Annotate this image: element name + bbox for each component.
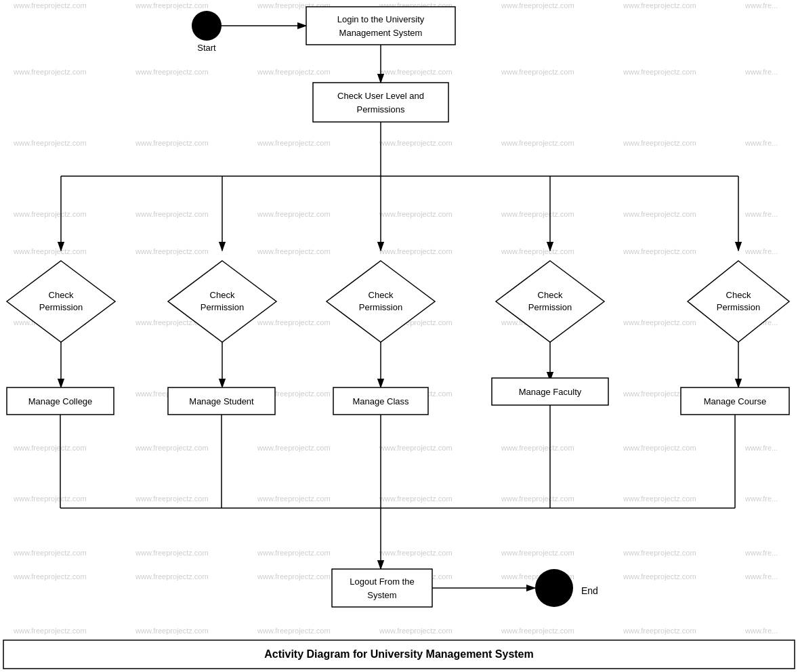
diamond2 [168,261,276,342]
svg-text:www.freeprojectz.com: www.freeprojectz.com [135,549,209,557]
check-user-text2: Permissions [357,104,405,114]
svg-text:www.freeprojectz.com: www.freeprojectz.com [257,68,331,76]
diamond2-text1: Check [210,290,235,300]
svg-text:www.freeprojectz.com: www.freeprojectz.com [379,495,453,503]
svg-text:www.freeprojectz.com: www.freeprojectz.com [623,549,696,557]
svg-text:www.fre...: www.fre... [744,495,778,503]
logout-text1: Logout From the [350,576,414,587]
diamond5 [688,261,789,342]
svg-text:www.freeprojectz.com: www.freeprojectz.com [623,572,696,581]
svg-text:www.freeprojectz.com: www.freeprojectz.com [135,627,209,635]
diamond5-text2: Permission [717,302,760,312]
svg-text:www.fre...: www.fre... [744,210,778,218]
svg-text:www.freeprojectz.com: www.freeprojectz.com [379,68,453,76]
svg-text:www.freeprojectz.com: www.freeprojectz.com [13,247,87,255]
svg-text:www.freeprojectz.com: www.freeprojectz.com [623,627,696,635]
svg-text:www.freeprojectz.com: www.freeprojectz.com [135,247,209,255]
svg-text:www.freeprojectz.com: www.freeprojectz.com [501,210,574,218]
start-label: Start [197,43,216,53]
logout-node [332,569,432,607]
activity-diagram: www.freeprojectz.com www.freeprojectz.co… [0,0,798,672]
svg-text:www.freeprojectz.com: www.freeprojectz.com [13,210,87,218]
diamond4-text1: Check [538,290,563,300]
svg-text:www.freeprojectz.com: www.freeprojectz.com [135,139,209,147]
svg-text:www.fre...: www.fre... [744,444,778,452]
end-label: End [581,585,598,596]
svg-text:www.freeprojectz.com: www.freeprojectz.com [257,139,331,147]
svg-text:www.freeprojectz.com: www.freeprojectz.com [135,210,209,218]
login-text-line1: Login to the University [337,14,425,24]
svg-text:www.freeprojectz.com: www.freeprojectz.com [501,1,574,9]
svg-text:www.freeprojectz.com: www.freeprojectz.com [13,572,87,581]
manage-student-text: Manage Student [189,396,254,406]
svg-text:www.freeprojectz.com: www.freeprojectz.com [501,549,574,557]
diamond5-text1: Check [726,290,751,300]
svg-text:www.freeprojectz.com: www.freeprojectz.com [623,247,696,255]
svg-text:www.freeprojectz.com: www.freeprojectz.com [257,495,331,503]
svg-text:www.freeprojectz.com: www.freeprojectz.com [135,444,209,452]
diamond3-text1: Check [369,290,394,300]
svg-text:www.fre...: www.fre... [744,139,778,147]
svg-text:www.freeprojectz.com: www.freeprojectz.com [379,247,453,255]
svg-text:www.fre...: www.fre... [744,627,778,635]
svg-text:www.freeprojectz.com: www.freeprojectz.com [135,572,209,581]
svg-text:www.freeprojectz.com: www.freeprojectz.com [257,627,331,635]
svg-text:www.freeprojectz.com: www.freeprojectz.com [257,318,331,327]
login-text-line2: Management System [339,28,423,38]
svg-text:www.freeprojectz.com: www.freeprojectz.com [501,68,574,76]
svg-text:www.freeprojectz.com: www.freeprojectz.com [623,1,696,9]
svg-text:www.freeprojectz.com: www.freeprojectz.com [13,495,87,503]
diagram-title: Activity Diagram for University Manageme… [264,648,533,660]
diamond3-text2: Permission [359,302,402,312]
manage-course-text: Manage Course [704,396,767,406]
svg-text:www.freeprojectz.com: www.freeprojectz.com [501,444,574,452]
diagram-container: www.freeprojectz.com www.freeprojectz.co… [0,0,798,672]
svg-text:www.freeprojectz.com: www.freeprojectz.com [501,627,574,635]
svg-text:www.freeprojectz.com: www.freeprojectz.com [623,139,696,147]
svg-text:www.freeprojectz.com: www.freeprojectz.com [379,210,453,218]
diamond1-text1: Check [49,290,74,300]
logout-text2: System [367,590,396,600]
svg-text:www.freeprojectz.com: www.freeprojectz.com [13,1,87,9]
svg-text:www.freeprojectz.com: www.freeprojectz.com [13,139,87,147]
svg-text:www.freeprojectz.com: www.freeprojectz.com [379,549,453,557]
end-node [535,569,573,607]
svg-text:www.freeprojectz.com: www.freeprojectz.com [501,495,574,503]
svg-text:www.freeprojectz.com: www.freeprojectz.com [623,68,696,76]
svg-text:www.freeprojectz.com: www.freeprojectz.com [135,68,209,76]
login-node [306,7,455,45]
svg-text:www.fre...: www.fre... [744,549,778,557]
diamond4 [496,261,604,342]
diamond2-text2: Permission [201,302,244,312]
svg-text:www.fre...: www.fre... [744,572,778,581]
svg-text:www.freeprojectz.com: www.freeprojectz.com [135,1,209,9]
svg-text:www.freeprojectz.com: www.freeprojectz.com [13,627,87,635]
svg-text:www.freeprojectz.com: www.freeprojectz.com [379,444,453,452]
svg-text:www.freeprojectz.com: www.freeprojectz.com [623,495,696,503]
svg-text:www.freeprojectz.com: www.freeprojectz.com [379,627,453,635]
svg-text:www.freeprojectz.com: www.freeprojectz.com [623,210,696,218]
svg-text:www.freeprojectz.com: www.freeprojectz.com [379,139,453,147]
diamond4-text2: Permission [528,302,572,312]
manage-class-text: Manage Class [352,396,409,406]
svg-text:www.freeprojectz.com: www.freeprojectz.com [257,210,331,218]
svg-text:www.freeprojectz.com: www.freeprojectz.com [257,444,331,452]
svg-text:www.freeprojectz.com: www.freeprojectz.com [257,549,331,557]
diamond3 [327,261,435,342]
check-user-text1: Check User Level and [337,91,424,101]
svg-text:www.fre...: www.fre... [744,1,778,9]
diamond1 [7,261,115,342]
svg-text:www.fre...: www.fre... [744,68,778,76]
svg-text:www.freeprojectz.com: www.freeprojectz.com [13,549,87,557]
svg-text:www.freeprojectz.com: www.freeprojectz.com [13,68,87,76]
diamond1-text2: Permission [39,302,83,312]
svg-text:www.freeprojectz.com: www.freeprojectz.com [623,318,696,327]
svg-text:www.freeprojectz.com: www.freeprojectz.com [501,247,574,255]
svg-text:www.freeprojectz.com: www.freeprojectz.com [501,139,574,147]
svg-text:www.freeprojectz.com: www.freeprojectz.com [13,444,87,452]
svg-text:www.freeprojectz.com: www.freeprojectz.com [135,495,209,503]
svg-text:www.freeprojectz.com: www.freeprojectz.com [623,444,696,452]
manage-faculty-text: Manage Faculty [519,387,582,397]
svg-text:www.fre...: www.fre... [744,247,778,255]
check-user-level-node [313,83,448,122]
